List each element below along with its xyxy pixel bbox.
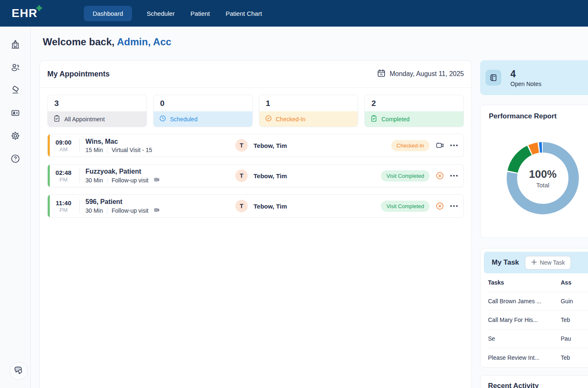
- patient-name: 596, Patient: [85, 198, 161, 206]
- avatar: T: [235, 200, 248, 212]
- divider: [107, 177, 107, 184]
- status-badge: Visit Completed: [381, 201, 429, 212]
- stat-label: Completed: [381, 116, 410, 123]
- stat-count: 3: [48, 95, 146, 111]
- appointment-row[interactable]: 02:48 PM Fuzzyoak, Patient 30 Min Follow…: [47, 164, 464, 187]
- my-task-card: My Task New Task Tasks Ass Call Brown Ja…: [480, 248, 588, 368]
- telehealth-icon: [153, 207, 161, 214]
- visit-type: Follow-up visit: [112, 177, 149, 184]
- stat-scheduled[interactable]: 0 Scheduled: [153, 95, 253, 127]
- stat-label: Checked-In: [276, 116, 306, 123]
- assigned-column-header: Ass: [561, 279, 588, 286]
- provider-info: T Tebow, Tim: [235, 139, 287, 152]
- visit-type: Follow-up visit: [112, 207, 149, 214]
- donut-total-label: Total: [536, 182, 549, 189]
- my-task-header: My Task New Task: [484, 252, 588, 273]
- date-picker[interactable]: 31 Monday, August 11, 2025: [377, 69, 464, 79]
- avatar: T: [235, 169, 248, 182]
- stat-checked-in[interactable]: 1 Checked-In: [259, 95, 359, 127]
- task-assigned: Pau: [561, 335, 588, 342]
- more-options-icon[interactable]: [450, 204, 458, 209]
- divider: [79, 199, 80, 213]
- task-name: Call Mary For His...: [488, 317, 561, 323]
- duration: 30 Min: [85, 207, 103, 214]
- appointment-time: 02:48 PM: [48, 169, 79, 183]
- task-assigned: Teb: [561, 317, 588, 323]
- donut-total-percent: 100%: [529, 168, 557, 181]
- top-navbar: EHR Dashboard Scheduler Patient Patient …: [0, 0, 588, 27]
- billing-tag-icon[interactable]: [10, 85, 20, 95]
- plus-icon: [37, 5, 42, 11]
- stat-count: 0: [154, 95, 252, 111]
- contact-card-icon[interactable]: [10, 108, 20, 118]
- task-table: Tasks Ass Call Brown James ... Guin Call…: [484, 273, 588, 367]
- recent-activity-card: Recent Activity: [480, 375, 588, 388]
- performance-donut: 100% Total: [504, 140, 581, 217]
- task-row[interactable]: Se Pau: [488, 329, 588, 348]
- stat-label: Scheduled: [170, 116, 198, 123]
- divider: [79, 138, 80, 152]
- open-notes-card[interactable]: 4 Open Notes: [480, 60, 588, 95]
- help-icon[interactable]: [10, 154, 20, 164]
- duration: 15 Min: [85, 147, 103, 153]
- cancel-circle-icon[interactable]: [435, 201, 444, 211]
- task-row[interactable]: Call Brown James ... Guin: [488, 292, 588, 311]
- status-badge: Checked-In: [391, 140, 429, 151]
- check-circle-icon: [265, 115, 272, 123]
- open-notes-count: 4: [510, 69, 542, 80]
- welcome-prefix: Welcome back,: [43, 36, 117, 47]
- divider: [107, 207, 107, 214]
- tab-dashboard[interactable]: Dashboard: [84, 6, 132, 21]
- hospital-icon[interactable]: [10, 39, 20, 49]
- welcome-user: Admin, Acc: [117, 36, 171, 47]
- performance-report-card: Performance Report 100% Total: [480, 105, 588, 238]
- settings-gear-icon[interactable]: [10, 131, 20, 141]
- provider-name: Tebow, Tim: [254, 203, 287, 210]
- provider-info: T Tebow, Tim: [235, 200, 287, 212]
- tab-patient[interactable]: Patient: [190, 6, 211, 21]
- plus-icon: [531, 259, 537, 266]
- appointments-title: My Appointments: [47, 70, 110, 79]
- provider-info: T Tebow, Tim: [235, 169, 287, 182]
- task-assigned: Guin: [561, 298, 588, 305]
- main-nav: Dashboard Scheduler Patient Patient Char…: [84, 6, 263, 21]
- tab-scheduler[interactable]: Scheduler: [146, 6, 176, 21]
- chat-button[interactable]: [10, 362, 28, 380]
- appointments-header: My Appointments 31 Monday, August 11, 20…: [40, 61, 471, 88]
- telehealth-icon: [153, 177, 161, 184]
- ehr-logo[interactable]: EHR: [12, 7, 37, 19]
- stat-count: 1: [259, 95, 358, 111]
- calendar-icon: 31: [377, 69, 386, 79]
- stat-label: All Appointment: [64, 116, 105, 123]
- open-notes-text: 4 Open Notes: [510, 69, 542, 87]
- video-call-icon[interactable]: [435, 141, 444, 150]
- more-options-icon[interactable]: [450, 173, 458, 178]
- stat-count: 2: [365, 95, 464, 111]
- patient-name: Wins, Mac: [85, 138, 152, 145]
- appointment-row[interactable]: 09:00 AM Wins, Mac 15 Min Virtual Visit …: [47, 134, 464, 157]
- more-options-icon[interactable]: [450, 143, 458, 148]
- avatar: T: [235, 139, 248, 152]
- appointment-info: Wins, Mac 15 Min Virtual Visit - 15: [85, 138, 152, 153]
- page-title: Welcome back, Admin, Acc: [43, 36, 171, 48]
- status-badge: Visit Completed: [381, 170, 429, 182]
- duration: 30 Min: [85, 177, 103, 184]
- stat-completed[interactable]: 2 Completed: [364, 95, 464, 127]
- open-notes-label: Open Notes: [510, 81, 542, 87]
- appointment-stats: 3 All Appointment 0: [40, 88, 471, 127]
- clipboard-check-icon: [370, 115, 378, 123]
- divider: [107, 147, 107, 153]
- recent-activity-title: Recent Activity: [488, 382, 588, 388]
- new-task-label: New Task: [540, 259, 565, 266]
- cancel-circle-icon[interactable]: [435, 171, 444, 180]
- task-table-header: Tasks Ass: [488, 273, 588, 292]
- patients-icon[interactable]: [10, 62, 20, 72]
- status-color-bar: [48, 195, 50, 217]
- stat-all-appointments[interactable]: 3 All Appointment: [47, 95, 147, 127]
- appointment-info: Fuzzyoak, Patient 30 Min Follow-up visit: [85, 168, 161, 184]
- appointment-row[interactable]: 11:40 PM 596, Patient 30 Min Follow-up v…: [47, 194, 464, 218]
- new-task-button[interactable]: New Task: [525, 256, 571, 270]
- task-row[interactable]: Please Review Int... Teb: [488, 348, 588, 367]
- task-row[interactable]: Call Mary For His... Teb: [488, 311, 588, 329]
- tab-patient-chart[interactable]: Patient Chart: [225, 6, 263, 21]
